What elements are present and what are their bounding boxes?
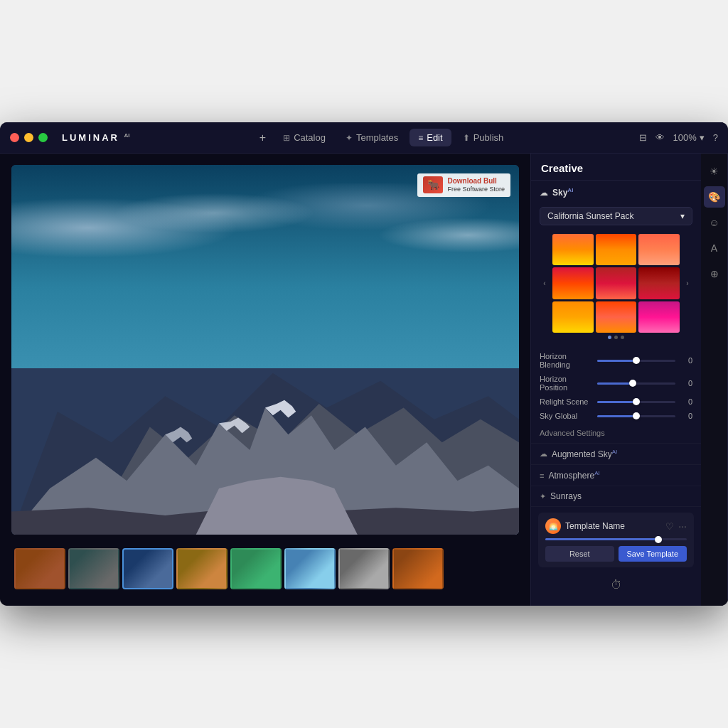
traffic-lights [10, 133, 48, 142]
tools-sidebar: ☀ 🎨 ☺ A ⊕ [701, 154, 728, 606]
app-logo: LUMINAR AI [62, 132, 130, 143]
eye-icon[interactable]: 👁 [655, 132, 665, 143]
sky-global-slider[interactable] [597, 415, 675, 417]
sky-thumb-5[interactable] [596, 267, 637, 299]
photo-canvas: 🐂 Download Bull Free Software Store [11, 165, 519, 535]
template-header-row: 🌅 Template Name ♡ ··· [545, 518, 687, 534]
catalog-icon: ⊞ [283, 133, 290, 143]
relight-scene-slider[interactable] [597, 401, 675, 403]
relight-scene-row: Relight Scene 0 [531, 395, 701, 409]
tool-palette[interactable]: 🎨 [704, 186, 725, 208]
mountain-layer [11, 276, 519, 535]
nav-right: ⊟ 👁 100% ▾ ? [639, 132, 718, 143]
sky-grid: ‹ › [531, 231, 701, 349]
sky-thumb-6[interactable] [638, 267, 680, 299]
relight-scene-value: 0 [681, 397, 692, 406]
history-button[interactable]: ⏱ [531, 573, 701, 597]
sky-global-label: Sky Global [540, 412, 592, 420]
sky-dot-2 [614, 336, 618, 339]
catalog-label: Catalog [294, 132, 326, 143]
filmstrip-thumb-5[interactable] [230, 548, 282, 589]
main-content: 🐂 Download Bull Free Software Store [0, 154, 728, 606]
sky-section: ☁ SkyAI California Sunset Pack ▾ [531, 181, 701, 507]
augmented-sky-title: Augmented SkyAI [552, 449, 692, 459]
template-save-button[interactable]: Save Template [619, 546, 687, 562]
horizon-blending-slider[interactable] [597, 360, 675, 362]
tool-face[interactable]: ☺ [704, 212, 725, 233]
sky-dot-1 [608, 336, 611, 339]
watermark-logo: 🐂 [423, 176, 443, 193]
tool-layers[interactable]: ⊕ [704, 263, 725, 284]
filmstrip-thumb-6[interactable] [284, 548, 336, 589]
filmstrip-thumb-7[interactable] [338, 548, 390, 589]
templates-label: Templates [356, 132, 398, 143]
filmstrip [11, 543, 519, 594]
nav-edit[interactable]: ≡ Edit [410, 129, 451, 146]
publish-label: Publish [473, 132, 504, 143]
sky-dropdown-row: California Sunset Pack ▾ [531, 204, 701, 231]
sky-cloud-icon: ☁ [540, 188, 548, 198]
filmstrip-thumb-8[interactable] [392, 548, 444, 589]
sky-thumb-9[interactable] [638, 301, 680, 333]
title-bar: LUMINAR AI + ⊞ Catalog ✦ Templates ≡ Edi… [0, 122, 728, 154]
horizon-position-label: Horizon Position [540, 375, 592, 392]
template-actions: Reset Save Template [545, 546, 687, 562]
edit-label: Edit [427, 132, 442, 143]
sky-thumb-2[interactable] [596, 234, 637, 265]
sky-thumb-8[interactable] [596, 301, 637, 333]
nav-add-button[interactable]: + [254, 128, 272, 148]
atmosphere-title: AtmosphereAI [548, 470, 692, 481]
help-icon[interactable]: ? [713, 132, 718, 143]
edit-panel: Creative ☁ SkyAI California Sunset Pack … [530, 154, 701, 606]
sunrays-icon: ✦ [540, 492, 546, 501]
tool-text[interactable]: A [704, 237, 725, 259]
sky-next-button[interactable]: › [682, 279, 692, 289]
nav-publish[interactable]: ⬆ Publish [454, 129, 513, 146]
advanced-settings-link[interactable]: Advanced Settings [531, 423, 701, 443]
augmented-sky-header[interactable]: ☁ Augmented SkyAI [531, 443, 701, 464]
canvas-area: 🐂 Download Bull Free Software Store [0, 154, 530, 606]
sky-thumb-1[interactable] [552, 234, 594, 265]
zoom-level[interactable]: 100% ▾ [673, 132, 705, 143]
filmstrip-thumb-1[interactable] [14, 548, 65, 589]
template-menu-button[interactable]: ··· [678, 520, 687, 532]
sky-dot-3 [621, 336, 624, 339]
sky-section-header[interactable]: ☁ SkyAI [531, 181, 701, 204]
templates-icon: ✦ [346, 133, 353, 143]
sky-section-title: SkyAI [552, 187, 692, 198]
template-reset-button[interactable]: Reset [545, 546, 614, 562]
sky-thumbnails [552, 234, 680, 333]
view-toggle-button[interactable]: ⊟ [639, 132, 647, 143]
template-icon: 🌅 [545, 518, 561, 534]
template-name-label: Template Name [565, 521, 661, 531]
template-section: 🌅 Template Name ♡ ··· Reset Save Templat… [538, 513, 694, 567]
sunrays-header[interactable]: ✦ Sunrays [531, 486, 701, 506]
sky-thumb-4[interactable] [552, 267, 594, 299]
sky-preset-dropdown[interactable]: California Sunset Pack ▾ [540, 207, 692, 225]
minimize-button[interactable] [24, 133, 33, 142]
filmstrip-thumb-3[interactable] [122, 548, 173, 589]
sky-thumb-3[interactable] [638, 234, 680, 265]
sky-thumb-7[interactable] [552, 301, 594, 333]
horizon-blending-row: Horizon Blending 0 [531, 349, 701, 372]
sky-global-value: 0 [681, 412, 692, 420]
horizon-blending-value: 0 [681, 356, 692, 365]
filmstrip-thumb-2[interactable] [68, 548, 119, 589]
maximize-button[interactable] [38, 133, 48, 142]
template-amount-slider[interactable] [545, 538, 687, 540]
augmented-sky-icon: ☁ [540, 449, 547, 459]
nav-catalog[interactable]: ⊞ Catalog [274, 129, 334, 146]
template-favorite-button[interactable]: ♡ [665, 521, 674, 532]
panel-title: Creative [531, 154, 701, 181]
atmosphere-header[interactable]: ≡ AtmosphereAI [531, 464, 701, 486]
dropdown-chevron-icon: ▾ [680, 211, 685, 221]
horizon-position-slider[interactable] [597, 382, 675, 385]
close-button[interactable] [10, 133, 19, 142]
sky-prev-button[interactable]: ‹ [540, 279, 550, 289]
tool-sun[interactable]: ☀ [704, 161, 725, 182]
sky-dots-indicator [540, 333, 692, 343]
horizon-position-row: Horizon Position 0 [531, 372, 701, 395]
nav-templates[interactable]: ✦ Templates [337, 129, 407, 146]
filmstrip-thumb-4[interactable] [176, 548, 228, 589]
horizon-position-value: 0 [681, 379, 692, 387]
